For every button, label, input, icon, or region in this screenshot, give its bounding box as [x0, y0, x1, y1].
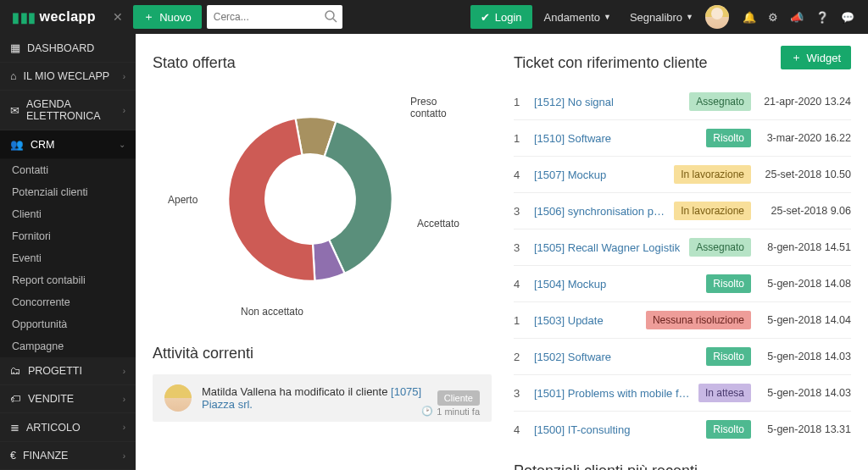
sidebar-sub-fornitori[interactable]: Fornitori — [0, 225, 136, 247]
caret-down-icon: ▼ — [686, 13, 693, 21]
add-widget-button[interactable]: ＋ Widget — [781, 46, 851, 69]
chevron-right-icon: › — [123, 106, 125, 115]
sidebar-sub-report[interactable]: Report contabili — [0, 269, 136, 291]
trend-label: Andamento — [544, 11, 601, 24]
sidebar-item-ilmio[interactable]: ⌂ IL MIO WECLAPP › — [0, 63, 136, 91]
close-icon[interactable]: ✕ — [108, 10, 128, 24]
trend-menu[interactable]: Andamento ▼ — [537, 11, 618, 24]
caret-down-icon: ▼ — [604, 13, 611, 21]
donut-label-nonacc: Non accettato — [241, 306, 303, 318]
ticket-link[interactable]: [1507] Mockup — [534, 169, 667, 181]
ticket-status-badge: Risolto — [706, 274, 751, 293]
ticket-link[interactable]: [1505] Recall Wagner Logistik — [534, 241, 682, 254]
activity-text: Matilda Vallena ha modificato il cliente… — [202, 385, 427, 411]
sidebar-sub-potenziali[interactable]: Potenziali clienti — [0, 181, 136, 203]
ticket-link[interactable]: [1504] Mockup — [534, 278, 699, 290]
crm-subgroup: Contatti Potenziali clienti Clienti Forn… — [0, 159, 136, 357]
ticket-time: 25-set-2018 9.06 — [758, 205, 851, 217]
activity-avatar — [164, 384, 192, 412]
sidebar-sub-clienti[interactable]: Clienti — [0, 203, 136, 225]
sidebar-item-vendite[interactable]: 🏷 VENDITE › — [0, 385, 136, 413]
ticket-link[interactable]: [1500] IT-consulting — [534, 423, 699, 436]
sidebar-item-agenda[interactable]: ✉ AGENDA ELETTRONICA › — [0, 91, 136, 130]
logo-bars-icon: ▮▮▮ — [12, 9, 36, 25]
bell-icon[interactable]: 🔔 — [743, 11, 756, 24]
ticket-row: 1[1512] No signalAssegnato21-apr-2020 13… — [514, 84, 851, 120]
ticket-link[interactable]: [1503] Update — [534, 314, 639, 327]
ticket-count: 4 — [514, 423, 527, 436]
bookmark-label: Segnalibro — [630, 11, 682, 24]
brand-name: weclapp — [40, 9, 97, 25]
ticket-row: 3[1505] Recall Wagner LogistikAssegnato8… — [514, 229, 851, 266]
sidebar-label: FINANZE — [23, 450, 68, 462]
ticket-row: 1[1503] UpdateNessuna risoluzione5-gen-2… — [514, 302, 851, 339]
sidebar-item-finanze[interactable]: € FINANZE › — [0, 442, 136, 470]
sidebar-sub-contatti[interactable]: Contatti — [0, 159, 136, 181]
potenziali-title: Potenziali clienti più recenti — [514, 462, 851, 470]
ticket-time: 25-set-2018 10.50 — [758, 169, 851, 180]
ticket-status-badge: Risolto — [706, 347, 751, 366]
gear-icon[interactable]: ⚙ — [768, 11, 778, 24]
brand-logo[interactable]: ▮▮▮ weclapp — [5, 9, 103, 25]
briefcase-icon: 🗂 — [10, 365, 21, 377]
bookmark-menu[interactable]: Segnalibro ▼ — [623, 11, 700, 24]
ticket-link[interactable]: [1501] Problems with mobile functions — [534, 387, 692, 400]
stato-offerta-title: Stato offerta — [153, 54, 492, 72]
ticket-count: 3 — [514, 241, 527, 254]
ticket-status-badge: Assegnato — [689, 92, 751, 111]
ticket-time: 5-gen-2018 14.03 — [758, 387, 851, 399]
user-avatar[interactable] — [705, 5, 729, 29]
sidebar-sub-campagne[interactable]: Campagne — [0, 335, 136, 357]
ticket-count: 1 — [514, 132, 527, 145]
svg-line-1 — [333, 19, 337, 22]
plus-icon: ＋ — [791, 50, 802, 65]
help-icon[interactable]: ❔ — [815, 11, 829, 24]
ticket-time: 3-mar-2020 16.22 — [758, 132, 851, 144]
ticket-row: 4[1500] IT-consultingRisolto5-gen-2018 1… — [514, 412, 851, 447]
chevron-down-icon: ⌄ — [119, 140, 125, 149]
tag-icon: 🏷 — [10, 393, 21, 405]
ticket-row: 1[1510] SoftwareRisolto3-mar-2020 16.22 — [514, 120, 851, 157]
donut-svg — [217, 106, 403, 292]
ticket-time: 21-apr-2020 13.24 — [758, 96, 851, 108]
ticket-status-badge: Risolto — [706, 129, 751, 147]
top-icon-tray: 🔔 ⚙ 📣 ❔ 💬 — [734, 11, 863, 24]
ticket-link[interactable]: [1506] synchronisation problems — [534, 205, 667, 218]
ticket-link[interactable]: [1502] Software — [534, 351, 699, 363]
clock-icon: 🕑 — [421, 406, 433, 417]
login-button-label: Login — [495, 11, 522, 24]
sidebar-item-dashboard[interactable]: ▦ DASHBOARD — [0, 34, 136, 63]
chat-icon[interactable]: 💬 — [841, 11, 854, 24]
ticket-time: 5-gen-2018 14.03 — [758, 351, 851, 362]
euro-icon: € — [10, 450, 16, 462]
check-icon: ✔ — [481, 11, 490, 24]
ticket-row: 3[1506] synchronisation problemsIn lavor… — [514, 193, 851, 229]
ticket-link[interactable]: [1512] No signal — [534, 96, 682, 108]
search-wrap — [207, 5, 342, 29]
sidebar-label: DASHBOARD — [27, 42, 94, 54]
sidebar-label: CRM — [31, 139, 54, 151]
sidebar-sub-eventi[interactable]: Eventi — [0, 247, 136, 269]
sidebar-label: ARTICOLO — [26, 422, 81, 434]
search-input[interactable] — [207, 5, 342, 29]
sidebar-sub-opportunita[interactable]: Opportunità — [0, 313, 136, 335]
ticket-row: 3[1501] Problems with mobile functionsIn… — [514, 375, 851, 412]
ticket-link[interactable]: [1510] Software — [534, 132, 699, 145]
new-button[interactable]: ＋ Nuovo — [133, 5, 202, 29]
search-icon[interactable] — [324, 9, 337, 23]
megaphone-icon[interactable]: 📣 — [790, 11, 804, 24]
attivita-title: Attività correnti — [153, 345, 492, 362]
sidebar-label: AGENDA ELETTRONICA — [26, 98, 116, 122]
home-icon: ⌂ — [10, 70, 17, 82]
ticket-status-badge: In attesa — [698, 384, 751, 402]
ticket-time: 5-gen-2018 14.04 — [758, 314, 851, 326]
sidebar-item-articolo[interactable]: ≣ ARTICOLO › — [0, 413, 136, 442]
sidebar-sub-concorrente[interactable]: Concorrente — [0, 291, 136, 313]
ticket-status-badge: Nessuna risoluzione — [646, 311, 751, 329]
ticket-status-badge: In lavorazione — [674, 165, 751, 184]
sidebar-item-crm[interactable]: 👥 CRM ⌄ — [0, 130, 136, 159]
chevron-right-icon: › — [123, 423, 125, 432]
sidebar-item-progetti[interactable]: 🗂 PROGETTI › — [0, 357, 136, 385]
new-button-label: Nuovo — [159, 11, 192, 24]
login-button[interactable]: ✔ Login — [470, 5, 532, 29]
